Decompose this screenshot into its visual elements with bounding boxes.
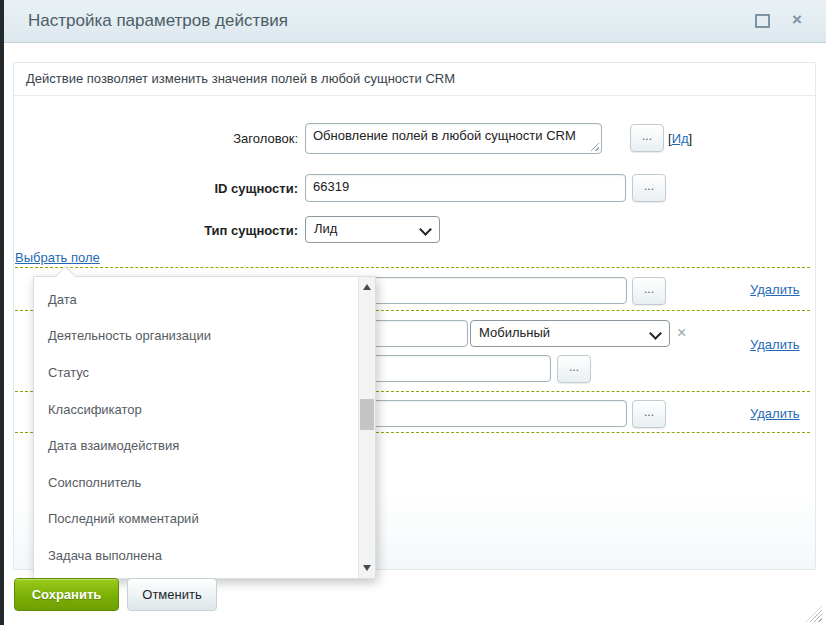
- row-separator: [15, 267, 810, 268]
- title-field-value: Обновление полей в любой сущности CRM: [313, 128, 576, 143]
- chevron-down-icon: [419, 223, 432, 236]
- phone-type-value: Мобильный: [479, 325, 550, 340]
- field-row-2-delete-link[interactable]: Удалить: [750, 337, 800, 352]
- list-item[interactable]: Дата: [34, 281, 357, 318]
- list-item[interactable]: Задача выполнена: [34, 537, 357, 574]
- entity-type-value: Лид: [314, 221, 337, 236]
- field-picker-dropdown: Дата Деятельность организации Статус Кла…: [33, 276, 376, 579]
- field-row-1-more-button[interactable]: ...: [632, 277, 666, 305]
- id-link-wrap: [Ид]: [668, 131, 692, 146]
- window-resize-grip[interactable]: [806, 606, 822, 622]
- textarea-resize-handle-icon[interactable]: [590, 142, 599, 151]
- phone-type-select[interactable]: Мобильный: [470, 320, 670, 347]
- list-item[interactable]: Соисполнитель: [34, 464, 357, 501]
- save-button[interactable]: Сохранить: [14, 578, 119, 611]
- list-item[interactable]: Статус: [34, 354, 357, 391]
- field-row-3-delete-link[interactable]: Удалить: [750, 406, 800, 421]
- field-picker-list: Дата Деятельность организации Статус Кла…: [34, 281, 357, 578]
- field-row-2-more-button[interactable]: ...: [557, 355, 591, 383]
- page-background-edge: [0, 0, 4, 625]
- entity-id-label: ID сущности:: [146, 181, 298, 196]
- remove-icon[interactable]: ×: [677, 325, 686, 341]
- list-item[interactable]: Классификатор: [34, 391, 357, 428]
- entity-type-label: Тип сущности:: [146, 223, 298, 238]
- scrollbar-thumb[interactable]: [360, 399, 374, 430]
- entity-id-value: 66319: [313, 179, 349, 194]
- dialog-title: Настройка параметров действия: [28, 0, 288, 42]
- cancel-button[interactable]: Отменить: [127, 578, 217, 611]
- chevron-down-icon: [649, 327, 662, 340]
- scroll-up-icon[interactable]: [363, 284, 371, 290]
- dropdown-scrollbar[interactable]: [358, 277, 375, 578]
- entity-id-input[interactable]: 66319: [305, 174, 626, 202]
- entity-id-more-button[interactable]: ...: [632, 174, 666, 202]
- maximize-icon[interactable]: [755, 14, 770, 28]
- title-field-label: Заголовок:: [146, 131, 298, 146]
- list-item[interactable]: Дата взаимодействия: [34, 427, 357, 464]
- select-field-link[interactable]: Выбрать поле: [15, 250, 100, 265]
- action-description: Действие позволяет изменить значения пол…: [14, 63, 815, 96]
- close-icon[interactable]: ×: [792, 10, 802, 30]
- scroll-down-icon[interactable]: [363, 565, 371, 571]
- list-item[interactable]: Последний комментарий: [34, 501, 357, 538]
- id-link[interactable]: Ид: [672, 131, 689, 146]
- entity-type-select[interactable]: Лид: [305, 216, 440, 243]
- title-more-button[interactable]: ...: [630, 124, 664, 152]
- title-field-textarea[interactable]: Обновление полей в любой сущности CRM: [305, 123, 602, 154]
- field-row-1-delete-link[interactable]: Удалить: [750, 282, 800, 297]
- action-settings-dialog: Настройка параметров действия × Действие…: [0, 0, 826, 625]
- bracket-close: ]: [689, 131, 693, 146]
- list-item[interactable]: Деятельность организации: [34, 318, 357, 355]
- field-row-3-more-button[interactable]: ...: [632, 400, 666, 428]
- dialog-titlebar: Настройка параметров действия ×: [4, 0, 826, 43]
